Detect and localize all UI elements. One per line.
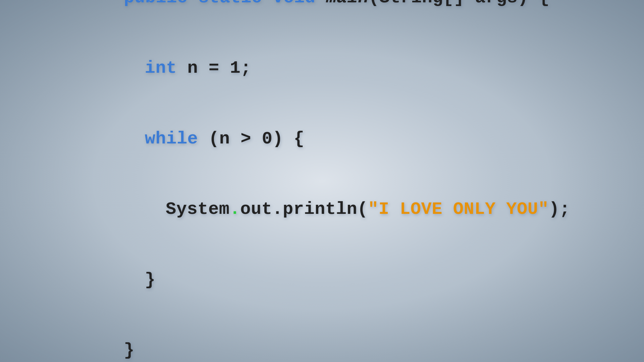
string-value: "I LOVE ONLY YOU" bbox=[368, 199, 549, 219]
keyword-public2: public bbox=[124, 0, 187, 8]
keyword-void: void bbox=[273, 0, 315, 8]
method-main: main bbox=[326, 0, 369, 8]
dot1: . bbox=[229, 199, 240, 219]
code-display: public class love { public static void m… bbox=[60, 0, 570, 362]
keyword-static: static bbox=[198, 0, 262, 8]
code-line-3: int n = 1; bbox=[60, 33, 570, 104]
keyword-while: while bbox=[145, 129, 198, 149]
code-line-6: } bbox=[60, 245, 570, 316]
code-line-4: while (n > 0) { bbox=[60, 104, 570, 174]
code-line-2: public static void main(String[] args) { bbox=[60, 0, 570, 33]
system-text: System bbox=[166, 199, 229, 219]
code-line-5: System.out.println("I LOVE ONLY YOU"); bbox=[60, 174, 570, 245]
println-text: println( bbox=[283, 199, 368, 219]
keyword-int: int bbox=[145, 58, 177, 78]
code-line-7: } bbox=[60, 315, 570, 362]
